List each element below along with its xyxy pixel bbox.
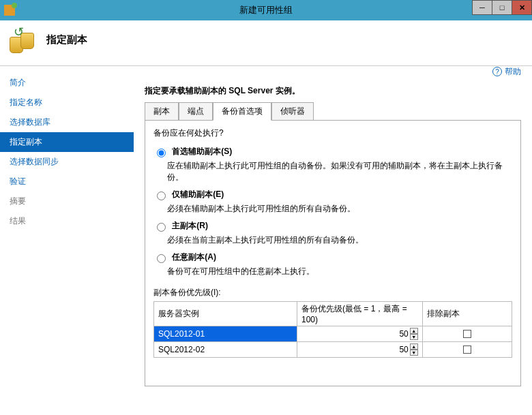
spin-up-icon[interactable]: ▲ bbox=[410, 343, 418, 350]
cell-priority[interactable]: 50 ▲ ▼ bbox=[297, 326, 423, 342]
spin-up-icon[interactable]: ▲ bbox=[410, 328, 418, 334]
priority-table: 服务器实例 备份优先级(最低 = 1，最高 = 100) 排除副本 SQL201… bbox=[153, 301, 512, 358]
option-secondary-only[interactable]: 仅辅助副本(E) bbox=[153, 189, 512, 200]
refresh-arrow-icon: ↺ bbox=[14, 25, 24, 40]
tab-listener[interactable]: 侦听器 bbox=[271, 102, 314, 121]
option-label: 主副本(R) bbox=[172, 221, 208, 230]
option-prefer-secondary[interactable]: 首选辅助副本(S) bbox=[153, 146, 512, 157]
app-icon bbox=[4, 5, 15, 16]
cell-priority[interactable]: 50 ▲ ▼ bbox=[297, 342, 423, 358]
option-desc: 必须在当前主副本上执行此可用性组的所有自动备份。 bbox=[167, 234, 512, 246]
priority-value: 50 bbox=[399, 329, 408, 339]
table-row[interactable]: SQL2012-02 50 ▲ ▼ bbox=[154, 342, 512, 358]
option-label: 仅辅助副本(E) bbox=[172, 189, 224, 199]
backup-question: 备份应在何处执行? bbox=[153, 127, 512, 139]
backup-pref-panel: 备份应在何处执行? 首选辅助副本(S) 应在辅助副本上执行此可用性组的自动备份。… bbox=[145, 121, 521, 386]
radio-primary[interactable] bbox=[157, 223, 166, 232]
tab-endpoint[interactable]: 端点 bbox=[179, 102, 213, 121]
option-label: 首选辅助副本(S) bbox=[172, 147, 232, 156]
wizard-icon: ↺ bbox=[10, 26, 37, 53]
sidebar-item-datasync[interactable]: 选择数据同步 bbox=[0, 152, 134, 172]
cell-exclude[interactable] bbox=[422, 326, 512, 342]
spin-down-icon[interactable]: ▼ bbox=[410, 350, 418, 356]
sidebar-item-result[interactable]: 结果 bbox=[0, 211, 134, 231]
title-bar: 新建可用性组 ─ □ ✕ bbox=[0, 0, 532, 20]
radio-any[interactable] bbox=[157, 254, 166, 263]
cell-exclude[interactable] bbox=[422, 342, 512, 358]
option-desc: 应在辅助副本上执行此可用性组的自动备份。如果没有可用的辅助副本，将在主副本上执行… bbox=[167, 160, 512, 183]
window-title: 新建可用性组 bbox=[0, 4, 532, 16]
option-desc: 备份可在可用性组中的任意副本上执行。 bbox=[167, 266, 512, 277]
sidebar-item-replica[interactable]: 指定副本 bbox=[0, 132, 134, 152]
col-server: 服务器实例 bbox=[154, 302, 297, 326]
option-label: 任意副本(A) bbox=[172, 252, 216, 262]
instruction-text: 指定要承载辅助副本的 SQL Server 实例。 bbox=[145, 85, 521, 97]
table-row[interactable]: SQL2012-01 50 ▲ ▼ bbox=[154, 326, 512, 342]
page-title: 指定副本 bbox=[46, 33, 87, 46]
col-exclude: 排除副本 bbox=[422, 302, 512, 326]
sidebar-item-validate[interactable]: 验证 bbox=[0, 172, 134, 191]
option-any[interactable]: 任意副本(A) bbox=[153, 251, 512, 263]
sidebar-item-name[interactable]: 指定名称 bbox=[0, 93, 134, 112]
tab-bar: 副本 端点 备份首选项 侦听器 bbox=[145, 102, 521, 121]
page-header: ↺ 指定副本 bbox=[0, 20, 532, 66]
minimize-button[interactable]: ─ bbox=[472, 0, 492, 15]
wizard-steps-sidebar: 简介 指定名称 选择数据库 指定副本 选择数据同步 验证 摘要 结果 bbox=[0, 66, 134, 415]
help-icon: ? bbox=[492, 67, 502, 76]
spin-down-icon[interactable]: ▼ bbox=[410, 334, 418, 340]
sidebar-item-summary[interactable]: 摘要 bbox=[0, 191, 134, 211]
help-link[interactable]: ?帮助 bbox=[492, 66, 521, 78]
help-label: 帮助 bbox=[505, 67, 521, 76]
col-priority: 备份优先级(最低 = 1，最高 = 100) bbox=[297, 302, 423, 326]
priority-label: 副本备份优先级(I): bbox=[153, 287, 512, 298]
option-primary[interactable]: 主副本(R) bbox=[153, 220, 512, 232]
sidebar-item-intro[interactable]: 简介 bbox=[0, 73, 134, 93]
maximize-button[interactable]: □ bbox=[492, 0, 512, 15]
radio-secondary-only[interactable] bbox=[157, 191, 166, 200]
tab-replica[interactable]: 副本 bbox=[145, 102, 179, 121]
checkbox-exclude[interactable] bbox=[463, 345, 471, 354]
close-button[interactable]: ✕ bbox=[512, 0, 532, 15]
cell-server: SQL2012-02 bbox=[154, 342, 297, 358]
main-content: ?帮助 指定要承载辅助副本的 SQL Server 实例。 副本 端点 备份首选… bbox=[134, 66, 532, 415]
cell-server: SQL2012-01 bbox=[154, 326, 297, 342]
priority-value: 50 bbox=[399, 345, 408, 354]
checkbox-exclude[interactable] bbox=[463, 330, 471, 338]
radio-prefer-secondary[interactable] bbox=[157, 149, 166, 157]
tab-backup-pref[interactable]: 备份首选项 bbox=[213, 102, 271, 121]
sidebar-item-database[interactable]: 选择数据库 bbox=[0, 112, 134, 132]
option-desc: 必须在辅助副本上执行此可用性组的所有自动备份。 bbox=[167, 203, 512, 215]
